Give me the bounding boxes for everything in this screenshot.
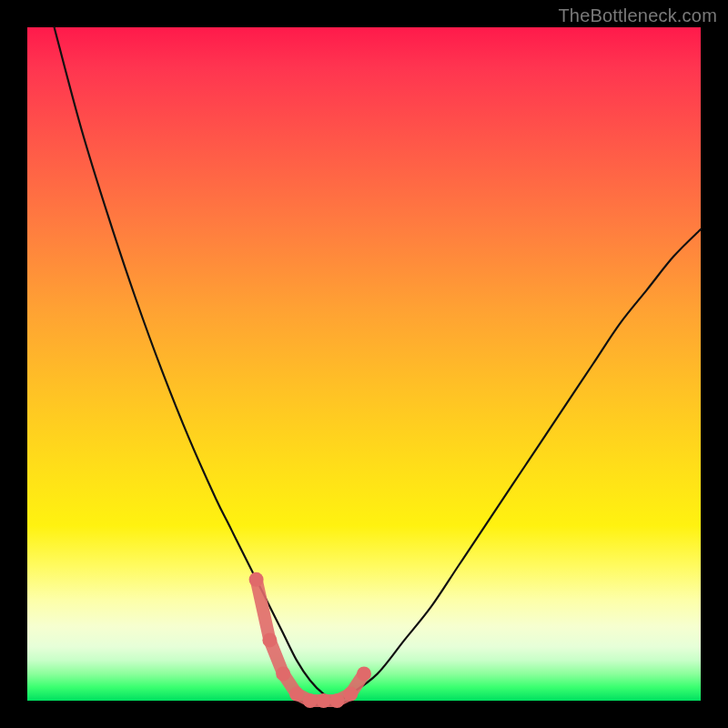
marker-dot bbox=[303, 693, 318, 708]
plot-area bbox=[27, 27, 701, 701]
bottleneck-curve-path bbox=[55, 27, 701, 701]
marker-dot bbox=[262, 632, 277, 647]
marker-dot bbox=[343, 687, 358, 702]
bottleneck-curve bbox=[55, 27, 701, 701]
marker-dot bbox=[317, 693, 331, 708]
highlight-markers bbox=[249, 572, 371, 708]
curve-layer bbox=[27, 27, 701, 701]
marker-dot bbox=[329, 693, 344, 708]
marker-dot bbox=[357, 666, 371, 681]
watermark-text: TheBottleneck.com bbox=[558, 5, 717, 26]
chart-frame: TheBottleneck.com bbox=[0, 0, 728, 728]
marker-dot bbox=[276, 666, 290, 681]
marker-dot bbox=[289, 687, 304, 702]
marker-dot bbox=[249, 572, 264, 587]
